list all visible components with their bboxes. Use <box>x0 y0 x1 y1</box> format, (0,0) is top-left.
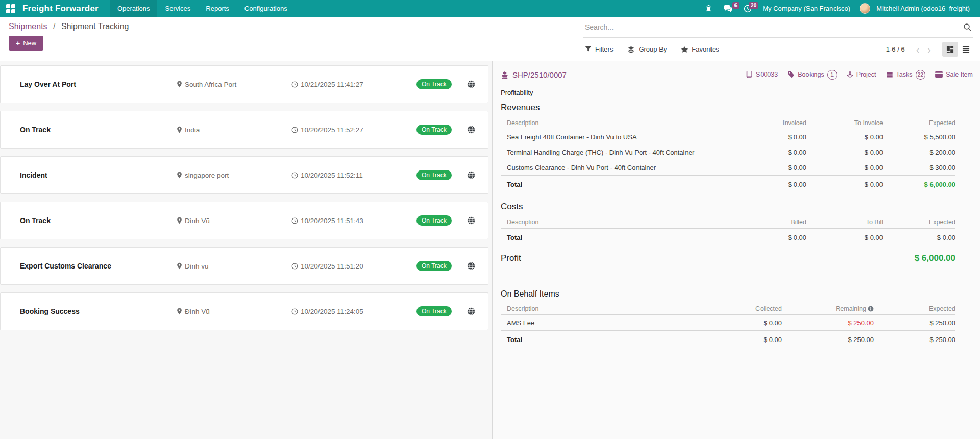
shipment-tracking-card[interactable]: Lay Over At Port South Africa Port 10/21… <box>0 65 488 103</box>
apps-menu-button[interactable] <box>0 0 20 17</box>
plus-icon: + <box>16 41 20 46</box>
profit-value: $ 6,000.00 <box>915 253 955 263</box>
smart-button-tasks[interactable]: Tasks22 <box>886 70 926 80</box>
menu-configurations[interactable]: Configurations <box>237 0 295 17</box>
app-name[interactable]: Freight Forwarder <box>20 0 110 17</box>
favorites-button[interactable]: Favorites <box>681 45 719 53</box>
clock-icon <box>291 81 298 88</box>
revenues-header: Invoiced <box>730 119 806 127</box>
list-view-button[interactable] <box>958 42 974 57</box>
revenues-header: Expected <box>883 119 955 127</box>
debug-bug-icon[interactable] <box>700 3 717 14</box>
revenues-cell: $ 0.00 <box>730 133 806 141</box>
smart-buttons: S00033Bookings1ProjectTasks22Sale Item <box>746 70 973 80</box>
on-behalf-total-cell: $ 250.00 <box>782 336 874 344</box>
tracking-location: India <box>177 126 291 134</box>
status-badge: On Track <box>416 79 452 89</box>
shipment-reference-link[interactable]: SHP/2510/0007 <box>501 70 567 79</box>
ship-icon <box>501 71 509 79</box>
on-behalf-header: Expected <box>874 305 955 312</box>
clock-icon <box>291 127 298 133</box>
revenues-total-cell: $ 0.00 <box>806 181 883 188</box>
costs-title: Costs <box>501 202 973 212</box>
location-pin-icon <box>177 217 182 224</box>
breadcrumb-separator: / <box>50 22 59 31</box>
tracking-status-title: On Track <box>20 216 177 225</box>
globe-icon[interactable] <box>467 262 475 270</box>
new-button[interactable]: + New <box>9 36 43 51</box>
menu-operations[interactable]: Operations <box>110 0 158 17</box>
clock-icon <box>291 263 298 270</box>
shipment-tracking-card[interactable]: Booking Success Đình Vũ 10/20/2025 11:24… <box>0 292 488 330</box>
shipment-tracking-card[interactable]: Incident singapore port 10/20/2025 11:52… <box>0 156 488 194</box>
count-badge: 1 <box>827 70 837 80</box>
filters-button[interactable]: Filters <box>585 45 613 53</box>
revenues-cell: $ 0.00 <box>806 149 883 156</box>
navbar-menus: OperationsServicesReportsConfigurations <box>110 0 295 17</box>
on-behalf-header-row: DescriptionCollectedRemainingExpected <box>501 303 955 315</box>
tracking-location: Đình vũ <box>177 262 291 270</box>
profit-label: Profit <box>501 253 521 263</box>
pager: 1-6 / 6 ‹ › <box>886 42 974 57</box>
shipment-tracking-card[interactable]: On Track India 10/20/2025 11:52:27 On Tr… <box>0 111 488 149</box>
smart-button-project[interactable]: Project <box>847 71 876 78</box>
revenues-row: Terminal Handling Charge (THC) - Dinh Vu… <box>501 144 955 160</box>
on-behalf-cell: AMS Fee <box>501 319 705 327</box>
messages-count-badge: 6 <box>732 2 740 9</box>
user-avatar[interactable] <box>860 3 870 14</box>
globe-icon[interactable] <box>467 171 475 179</box>
globe-icon[interactable] <box>467 126 475 134</box>
tracking-location: South Africa Port <box>177 81 291 88</box>
content-area: Lay Over At Port South Africa Port 10/21… <box>0 61 980 439</box>
next-page-button[interactable]: › <box>923 45 935 54</box>
globe-icon[interactable] <box>467 307 475 315</box>
tracking-status-title: Incident <box>20 171 177 179</box>
costs-total-cell: $ 0.00 <box>730 234 806 241</box>
on-behalf-cell: $ 250.00 <box>874 319 955 327</box>
breadcrumb-current: Shipment Tracking <box>61 22 129 31</box>
smart-button-s00033[interactable]: S00033 <box>746 71 778 78</box>
activities-clock-icon[interactable]: 20 <box>739 3 756 15</box>
globe-icon[interactable] <box>467 80 475 88</box>
apps-grid-icon <box>6 4 15 13</box>
freight-forwarder-app: Freight Forwarder OperationsServicesRepo… <box>0 0 980 439</box>
costs-header-row: DescriptionBilledTo BillExpected <box>501 216 955 228</box>
status-badge: On Track <box>416 170 452 180</box>
revenues-cell: $ 200.00 <box>883 149 955 156</box>
shipment-tracking-card[interactable]: On Track Đình Vũ 10/20/2025 11:51:43 On … <box>0 202 488 239</box>
search-icon[interactable] <box>963 23 972 32</box>
menu-services[interactable]: Services <box>157 0 198 17</box>
kanban-view-button[interactable] <box>942 42 958 57</box>
costs-header: To Bill <box>806 218 883 226</box>
tasks-icon <box>886 71 893 78</box>
smart-button-bookings[interactable]: Bookings1 <box>788 70 837 80</box>
messages-icon[interactable]: 6 <box>719 3 737 14</box>
company-switcher[interactable]: My Company (San Francisco) <box>758 5 854 12</box>
shipment-tracking-card[interactable]: Export Customs Clearance Đình vũ 10/20/2… <box>0 247 488 285</box>
star-icon <box>681 46 688 53</box>
menu-reports[interactable]: Reports <box>198 0 237 17</box>
tracking-datetime: 10/20/2025 11:51:43 <box>291 217 416 225</box>
on-behalf-header: Description <box>501 305 705 312</box>
status-badge: On Track <box>416 306 452 316</box>
on-behalf-total-row: Total$ 0.00$ 250.00$ 250.00 <box>501 330 955 349</box>
breadcrumb-shipments-link[interactable]: Shipments <box>9 22 47 31</box>
search-actions-row: Filters Group By Favorites 1-6 / 6 ‹ › <box>583 38 980 61</box>
globe-icon[interactable] <box>467 216 475 225</box>
tracking-status-title: Lay Over At Port <box>20 80 177 88</box>
costs-header: Billed <box>730 218 806 226</box>
costs-total-cell: $ 0.00 <box>806 234 883 241</box>
smart-button-sale-item[interactable]: Sale Item <box>935 71 973 78</box>
prev-page-button[interactable]: ‹ <box>912 45 924 54</box>
breadcrumb: Shipments / Shipment Tracking <box>9 22 129 31</box>
info-icon[interactable] <box>868 306 874 312</box>
costs-total-cell: Total <box>501 234 730 241</box>
revenues-total-cell: $ 0.00 <box>730 181 806 188</box>
shipment-reference: SHP/2510/0007 <box>512 70 567 79</box>
costs-header: Expected <box>883 218 955 226</box>
tracking-datetime: 10/20/2025 11:51:20 <box>291 262 416 270</box>
user-menu[interactable]: Mitchell Admin (odoo16_freight) <box>872 5 974 12</box>
search-input[interactable] <box>584 23 963 31</box>
tracking-datetime: 10/20/2025 11:52:27 <box>291 126 416 134</box>
group-by-button[interactable]: Group By <box>627 45 667 53</box>
